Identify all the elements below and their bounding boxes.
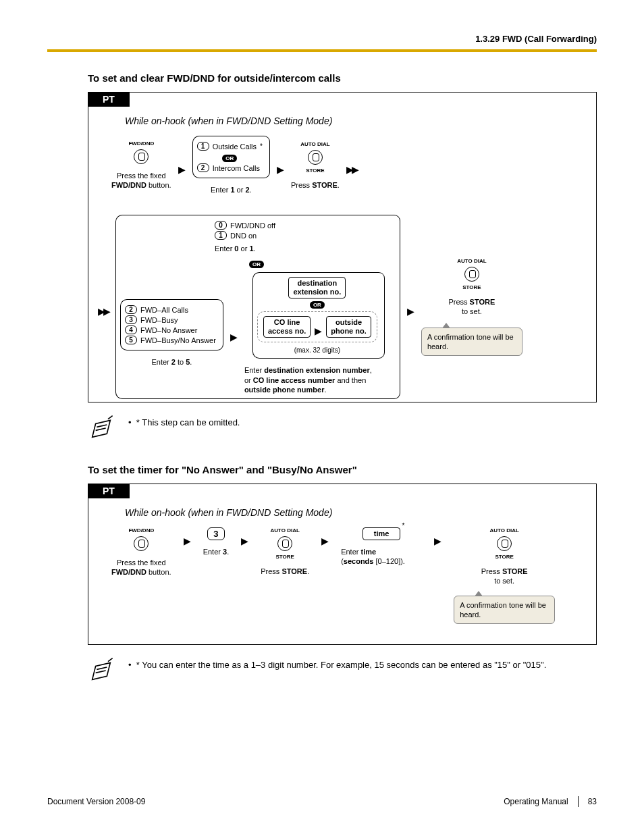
tone-bubble: A confirmation tone will be heard. — [454, 596, 555, 625]
arrow-icon: ▶ — [178, 164, 186, 175]
section2-title: To set the timer for "No Answer" and "Bu… — [88, 464, 597, 475]
step-fwd-dnd-button: FWD/DND Press the fixed FWD/DND button. — [111, 140, 171, 190]
group-fwd-modes: 2FWD–All Calls 3FWD–Busy 4FWD–No Answer … — [120, 299, 223, 367]
note-icon — [88, 657, 115, 686]
arrow-icon: ▶ — [321, 536, 329, 546]
group-off-dnd: 0FWD/DND off 1DND on Enter 0 or 1. — [215, 219, 393, 253]
footer-page: 83 — [588, 797, 597, 806]
arrow-icon: ▶ — [407, 306, 414, 317]
destination-group: destinationextension no. OR CO lineacces… — [244, 272, 393, 395]
footer: Document Version 2008-09 Operating Manua… — [47, 796, 597, 807]
step-store-set: AUTO DIAL STORE Press STOREto set. A con… — [454, 527, 555, 624]
step-enter-1-2: 1Outside Calls* OR 2Intercom Calls Enter… — [192, 136, 270, 194]
footer-left: Document Version 2008-09 — [47, 797, 145, 806]
section1-title: To set and clear FWD/DND for outside/int… — [88, 72, 597, 84]
step-press-store: AUTO DIAL STORE Press STORE. — [291, 141, 340, 190]
arrow-icon: ▶ — [241, 536, 248, 546]
double-arrow-icon: ▶▶ — [98, 306, 109, 317]
step-fwd-dnd-button: FWD/DND Press the fixed FWD/DND button. — [111, 527, 171, 577]
note2-text: • * You can enter the time as a 1–3 digi… — [128, 657, 546, 670]
arrow-icon: ▶ — [184, 536, 191, 546]
tone-bubble: A confirmation tone will be heard. — [421, 328, 522, 357]
double-arrow-icon: ▶▶ — [346, 164, 357, 175]
step-enter-time: time * Enter time (seconds [0–120]). — [341, 527, 422, 567]
panel-timer: PT While on-hook (when in FWD/DND Settin… — [88, 484, 597, 645]
arrow-icon: ▶ — [434, 536, 441, 546]
pt-tab: PT — [88, 484, 130, 498]
panel-subtitle: While on-hook (when in FWD/DND Setting M… — [125, 115, 587, 126]
pt-tab: PT — [88, 92, 130, 107]
step-store-set: AUTO DIAL STORE Press STOREto set. A con… — [421, 258, 522, 356]
step-enter-3: 3 Enter 3. — [203, 527, 230, 556]
panel-fwd-dnd: PT While on-hook (when in FWD/DND Settin… — [88, 92, 597, 402]
panel-subtitle: While on-hook (when in FWD/DND Setting M… — [125, 507, 587, 518]
page-header: 1.3.29 FWD (Call Forwarding) — [47, 34, 597, 44]
step-press-store: AUTO DIAL STORE Press STORE. — [261, 527, 309, 576]
header-rule — [47, 49, 597, 52]
footer-manual: Operating Manual — [504, 797, 568, 806]
arrow-icon: ▶ — [277, 164, 284, 175]
arrow-icon: ▶ — [230, 332, 238, 342]
